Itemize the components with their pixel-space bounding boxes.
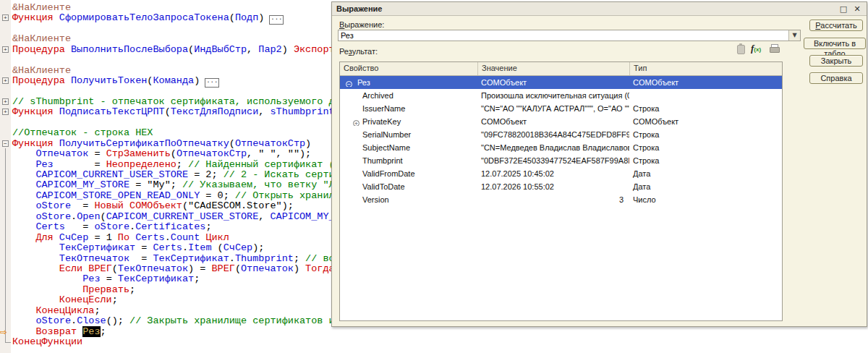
column-header-value[interactable]: Значение [477,62,629,75]
cell-value: 12.07.2026 10:55:02 [477,182,629,191]
cell-property: +PrivateKey [340,117,477,126]
debug-current-line-arrow-icon: ⇨ [0,327,7,337]
cell-value: Произошла исключительная ситуация (0x80… [477,91,629,100]
clipboard-icon[interactable] [736,43,746,54]
table-row[interactable]: ArchivedПроизошла исключительная ситуаци… [340,89,782,102]
table-row[interactable]: SerialNumber"09FC78820018B364A84C475EDFD… [340,128,782,141]
cell-type: COMОбъект [629,78,782,87]
cell-value: COMОбъект [477,117,629,126]
printer-icon[interactable] [769,43,779,54]
cell-value: 3 [477,195,629,204]
cell-value: "CN=Медведев Владислав Владиславович, … [477,143,629,152]
chevron-down-icon[interactable]: ▼ [788,30,800,41]
cell-property: ValidFromDate [340,169,477,178]
cell-value: COMОбъект [477,78,629,87]
cell-type: Строка [629,143,782,152]
result-table: Свойство Значение Тип −РезCOMОбъектCOMОб… [339,61,783,321]
table-row[interactable]: Thumbprint"0DBF372E450339477524EAF587F99… [340,154,782,167]
expression-input[interactable]: Рез ▼ [338,30,801,41]
expression-label: Выражение: [339,20,384,29]
expand-plus-icon[interactable]: + [2,109,9,115]
screen: &НаКлиенте+Функция СформироватьТелоЗапро… [0,0,868,353]
cell-property: ValidToDate [340,182,477,191]
table-row[interactable]: ValidToDate12.07.2026 10:55:02Дата [340,180,782,193]
close-button[interactable]: Закрыть [809,55,863,67]
calculate-button[interactable]: Рассчитать [809,20,863,31]
cell-property: Version [340,195,477,204]
expression-input-value: Рез [341,31,354,40]
expand-plus-icon[interactable]: + [2,77,9,84]
table-row[interactable]: ValidFromDate12.07.2025 10:45:02Дата [340,167,782,180]
include-in-watch-button[interactable]: Включить в табло [804,38,866,49]
code-line: КонецФункции [0,337,868,347]
cell-value: 12.07.2025 10:45:02 [477,169,629,178]
cell-property: Archived [340,91,477,100]
help-button[interactable]: Справка [809,72,863,84]
cell-value: "CN="АО ""КАЛУГА АСТРАЛ""", О="АО ""К… [477,104,629,113]
code-line: ⇨ Возврат Рез; [0,327,868,337]
tree-collapse-icon[interactable]: − [346,81,352,87]
cell-type: COMОбъект [629,117,782,126]
expand-plus-icon[interactable]: + [2,14,9,21]
cell-property: SerialNumber [340,130,477,139]
cell-property: −Рез [340,78,477,87]
cell-type: Строка [629,104,782,113]
table-row[interactable]: Version3Число [340,193,782,206]
cell-value: "09FC78820018B364A84C475EDFD8FF9C43" [477,130,629,139]
cell-type: Строка [629,156,782,165]
cell-type: Дата [629,169,782,178]
maximize-icon[interactable]: □ [838,4,848,14]
dialog-titlebar[interactable]: Выражение □ ✕ [332,2,867,16]
dialog-title: Выражение [336,4,835,13]
cell-property: SubjectName [340,143,477,152]
close-icon[interactable]: ✕ [852,4,862,14]
column-header-property[interactable]: Свойство [340,62,477,75]
expand-plus-icon[interactable]: + [2,46,9,53]
collapse-minus-icon[interactable]: − [2,140,9,147]
cell-type: Число [629,195,782,204]
result-label: Результат: [339,47,378,56]
cell-property: IssuerName [340,104,477,113]
function-fx-icon[interactable]: f(x) [751,43,764,54]
tree-expand-icon[interactable]: + [353,120,359,126]
table-row[interactable]: IssuerName"CN="АО ""КАЛУГА АСТРАЛ""", О=… [340,102,782,115]
cell-type: Строка [629,130,782,139]
result-table-body: −РезCOMОбъектCOMОбъектArchivedПроизошла … [340,76,782,206]
expand-plus-icon[interactable]: + [2,98,9,105]
result-table-header: Свойство Значение Тип [340,62,782,76]
table-row[interactable]: +PrivateKeyCOMОбъектCOMОбъект [340,115,782,128]
cell-property: Thumbprint [340,156,477,165]
table-row[interactable]: −РезCOMОбъектCOMОбъект [340,76,782,89]
expression-dialog: Выражение □ ✕ Выражение: Рез ▼ Результат… [331,1,867,327]
result-toolbar: f(x) [736,43,779,54]
cell-value: "0DBF372E450339477524EAF587F99A8D141… [477,156,629,165]
table-row[interactable]: SubjectName"CN=Медведев Владислав Владис… [340,141,782,154]
column-header-type[interactable]: Тип [629,62,782,75]
cell-type: Дата [629,182,782,191]
